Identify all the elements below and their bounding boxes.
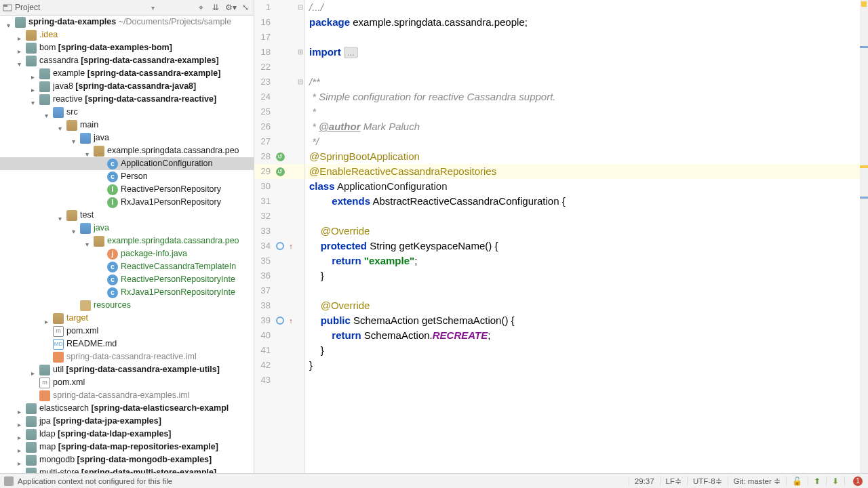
tree-row[interactable]: spring-data-cassandra-reactive.iml [0,350,254,363]
tree-twistie-icon[interactable] [18,457,24,464]
tree-twistie-icon[interactable] [18,405,24,412]
tree-row[interactable]: mpom.xml [0,325,254,338]
tree-twistie-icon[interactable] [58,122,65,129]
gutter-mark[interactable] [275,317,285,325]
tree-twistie-icon[interactable] [72,135,79,142]
tree-row[interactable]: example.springdata.cassandra.peo [0,144,254,157]
tree-row[interactable]: main [0,119,254,131]
tree-row[interactable]: test [0,209,254,222]
tree-row[interactable]: cReactiveCassandraTemplateIn [0,260,254,273]
vcs-update-icon[interactable]: ⬆ [808,476,826,486]
implements-arrow-icon[interactable]: ↑ [289,239,293,253]
tree-twistie-icon[interactable] [18,45,24,52]
tree-twistie-icon[interactable] [85,238,92,245]
git-branch[interactable]: Git: master ≑ [728,476,786,486]
line-number[interactable]: 43 [254,373,275,388]
override-gutter-icon[interactable] [276,317,284,325]
line-number[interactable]: 35 [254,253,275,268]
code-line[interactable]: @Override [305,224,868,239]
notifications-icon[interactable]: 1 [844,476,864,486]
code-line[interactable]: */ [305,134,868,149]
code-line[interactable]: class ApplicationConfiguration [305,179,868,194]
run-gutter-icon[interactable] [276,152,285,161]
tree-twistie-icon[interactable] [85,148,92,155]
override-gutter-icon[interactable] [276,242,284,250]
tree-row[interactable]: elasticsearch [spring-data-elasticsearch… [0,402,254,415]
code-line[interactable]: * @author Mark Paluch [305,119,868,134]
tree-twistie-icon[interactable] [31,367,38,373]
line-number[interactable]: 24 [254,89,275,104]
code-line[interactable]: protected String getKeyspaceName() { [305,239,868,253]
tree-row[interactable]: cApplicationConfiguration [0,157,254,170]
scroll-mark[interactable] [860,46,868,48]
tree-twistie-icon[interactable] [7,19,14,26]
locate-icon[interactable]: ⌖ [195,2,206,13]
tree-row[interactable]: java [0,222,254,235]
tree-row[interactable]: reactive [spring-data-cassandra-reactive… [0,93,254,106]
line-number[interactable]: 41 [254,343,275,358]
impl-arrow-col[interactable]: ↑ [285,239,296,253]
tree-twistie-icon[interactable] [18,444,24,451]
line-number[interactable]: 17 [254,30,275,45]
settings-gear-icon[interactable]: ⚙▾ [225,2,236,13]
code-line[interactable]: /.../ [305,0,868,15]
line-number[interactable]: 31 [254,194,275,209]
tree-row[interactable]: util [spring-data-cassandra-example-util… [0,363,254,376]
code-line[interactable] [305,209,868,224]
tree-row[interactable]: cPerson [0,170,254,183]
gutter-mark[interactable] [275,152,285,161]
tree-twistie-icon[interactable] [18,418,24,425]
tree-row[interactable]: bom [spring-data-examples-bom] [0,41,254,54]
code-line[interactable]: @SpringBootApplication [305,149,868,164]
impl-arrow-col[interactable]: ↑ [285,313,296,328]
fold-toggle-icon[interactable]: ⊟ [296,75,304,89]
collapse-all-icon[interactable]: ⇊ [210,2,221,13]
tree-twistie-icon[interactable] [18,431,24,438]
tree-row[interactable]: cassandra [spring-data-cassandra-example… [0,54,254,67]
code-line[interactable]: public SchemaAction getSchemaAction() { [305,313,868,328]
code-line[interactable]: /** [305,75,868,89]
tree-twistie-icon[interactable] [18,32,24,39]
tree-row[interactable]: .idea [0,28,254,41]
tree-row[interactable]: cRxJava1PersonRepositoryInte [0,286,254,299]
fold-toggle-icon[interactable]: ⊞ [296,45,304,60]
code-line[interactable]: return SchemaAction.RECREATE; [305,328,868,343]
tree-row[interactable]: MDREADME.md [0,338,254,350]
gutter-mark[interactable] [275,167,285,176]
code-line[interactable] [305,60,868,75]
scroll-mark[interactable] [860,165,868,168]
tree-row[interactable]: IRxJava1PersonRepository [0,196,254,209]
tree-row[interactable]: ldap [spring-data-ldap-examples] [0,428,254,441]
code-line[interactable]: package example.springdata.cassandra.peo… [305,15,868,30]
tree-row[interactable]: example.springdata.cassandra.peo [0,235,254,247]
line-number[interactable]: 42 [254,358,275,373]
line-number[interactable]: 32 [254,209,275,224]
code-line[interactable]: @Override [305,298,868,313]
tree-row[interactable]: resources [0,299,254,312]
tree-row[interactable]: mpom.xml [0,376,254,389]
tree-twistie-icon[interactable] [45,315,52,322]
file-encoding[interactable]: UTF-8≑ [687,476,728,486]
tree-twistie-icon[interactable] [31,96,38,103]
tree-row[interactable]: IReactivePersonRepository [0,183,254,196]
tree-row[interactable]: jpackage-info.java [0,247,254,260]
line-number[interactable]: 40 [254,328,275,343]
tree-twistie-icon[interactable] [18,58,24,64]
line-number[interactable]: 22 [254,60,275,75]
code-line[interactable]: * [305,104,868,119]
tree-row[interactable]: map [spring-data-map-repositories-exampl… [0,441,254,453]
project-tree[interactable]: spring-data-examples ~/Documents/Project… [0,16,254,473]
line-number[interactable]: 25 [254,104,275,119]
line-number[interactable]: 33 [254,224,275,239]
line-number[interactable]: 39 [254,313,275,328]
tree-row[interactable]: jpa [spring-data-jpa-examples] [0,415,254,428]
tree-row[interactable]: java [0,131,254,144]
code-line[interactable]: } [305,358,868,373]
project-view-dropdown[interactable]: ▾ [151,4,155,12]
tree-twistie-icon[interactable] [58,212,65,219]
vcs-commit-icon[interactable]: ⬇ [826,476,844,486]
code-line[interactable]: return "example"; [305,253,868,268]
tree-row[interactable]: example [spring-data-cassandra-example] [0,67,254,80]
tree-row[interactable]: src [0,106,254,119]
line-number[interactable]: 16 [254,15,275,30]
